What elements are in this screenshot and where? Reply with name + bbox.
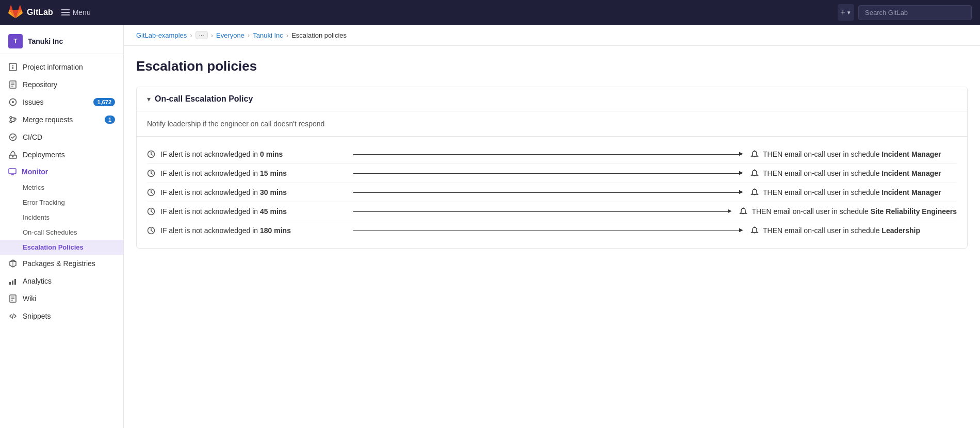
menu-button[interactable]: Menu	[61, 8, 91, 17]
breadcrumb-more[interactable]: ···	[195, 31, 208, 39]
issues-icon	[8, 97, 18, 107]
sidebar-item-label: Deployments	[23, 151, 65, 159]
fox-icon	[8, 5, 23, 20]
org-header: T Tanuki Inc	[0, 29, 123, 54]
page-title: Escalation policies	[136, 58, 968, 74]
main-content: GitLab-examples › ··· › Everyone › Tanuk…	[124, 25, 980, 428]
sidebar-item-metrics[interactable]: Metrics	[0, 180, 123, 195]
sidebar-item-label: Merge requests	[23, 116, 73, 124]
rule-action: THEN email on-call user in schedule Inci…	[763, 169, 941, 177]
search-input[interactable]	[858, 5, 972, 20]
bell-icon	[750, 188, 759, 196]
sidebar-item-label: Snippets	[23, 312, 51, 320]
policy-card: ▾ On-call Escalation Policy Notify leade…	[136, 87, 968, 249]
svg-rect-19	[9, 169, 16, 174]
new-item-button[interactable]: + ▼	[838, 4, 854, 21]
bell-icon	[750, 226, 759, 235]
sidebar-item-incidents[interactable]: Incidents	[0, 210, 123, 225]
breadcrumb-everyone[interactable]: Everyone	[216, 31, 244, 39]
clock-icon	[147, 188, 155, 196]
svg-point-11	[12, 101, 14, 103]
sidebar-item-project-information[interactable]: Project information	[0, 58, 123, 76]
sidebar-item-error-tracking[interactable]: Error Tracking	[0, 195, 123, 210]
sidebar: T Tanuki Inc Project information Reposit…	[0, 25, 124, 428]
rule-row: IF alert is not acknowledged in 180 mins	[147, 221, 957, 240]
arrow-line	[353, 211, 729, 212]
svg-point-4	[12, 65, 13, 66]
svg-rect-2	[61, 14, 70, 15]
clock-icon	[147, 226, 155, 235]
info-icon	[8, 62, 18, 72]
svg-rect-0	[61, 9, 70, 10]
policy-description: Notify leadership if the engineer on cal…	[137, 111, 967, 137]
svg-rect-24	[9, 282, 11, 285]
gitlab-title: GitLab	[27, 8, 53, 17]
sidebar-item-escalation-policies[interactable]: Escalation Policies	[0, 240, 123, 255]
svg-line-31	[12, 314, 13, 319]
breadcrumb-current: Escalation policies	[291, 31, 347, 39]
rule-row: IF alert is not acknowledged in 30 mins	[147, 183, 957, 202]
layout: T Tanuki Inc Project information Reposit…	[0, 25, 980, 428]
org-avatar: T	[8, 34, 23, 48]
org-name: Tanuki Inc	[28, 37, 63, 45]
sidebar-item-monitor[interactable]: Monitor	[0, 163, 123, 180]
policy-header[interactable]: ▾ On-call Escalation Policy	[137, 87, 967, 111]
svg-point-18	[12, 156, 14, 158]
sidebar-item-repository[interactable]: Repository	[0, 76, 123, 93]
svg-point-13	[10, 121, 12, 123]
cicd-icon	[8, 133, 18, 142]
sidebar-item-packages-registries[interactable]: Packages & Registries	[0, 255, 123, 272]
wiki-icon	[8, 294, 18, 303]
rule-action: THEN email on-call user in schedule Site…	[752, 207, 957, 216]
top-nav: GitLab Menu + ▼	[0, 0, 980, 25]
svg-rect-1	[61, 12, 70, 13]
sidebar-item-on-call-schedules[interactable]: On-call Schedules	[0, 225, 123, 240]
top-nav-actions: + ▼	[838, 4, 972, 21]
breadcrumb-gitlab-examples[interactable]: GitLab-examples	[136, 31, 187, 39]
arrow-line	[353, 154, 740, 155]
svg-point-12	[10, 117, 12, 119]
sidebar-item-label: Project information	[23, 63, 83, 71]
svg-line-38	[151, 173, 153, 174]
rule-action: THEN email on-call user in schedule Lead…	[763, 226, 920, 235]
sidebar-item-snippets[interactable]: Snippets	[0, 307, 123, 325]
sidebar-item-analytics[interactable]: Analytics	[0, 272, 123, 290]
sidebar-item-label: Issues	[23, 98, 43, 106]
chevron-down-icon: ▾	[147, 95, 151, 103]
rules-container: IF alert is not acknowledged in 0 mins T	[137, 137, 967, 248]
clock-icon	[147, 169, 155, 177]
svg-line-34	[151, 154, 153, 155]
rule-row: IF alert is not acknowledged in 15 mins	[147, 164, 957, 183]
bell-icon	[739, 207, 747, 216]
rule-condition: IF alert is not acknowledged in 15 mins	[160, 169, 287, 177]
sidebar-item-label: Packages & Registries	[23, 259, 95, 268]
sidebar-item-issues[interactable]: Issues 1,672	[0, 93, 123, 111]
svg-rect-25	[12, 281, 13, 285]
svg-rect-5	[12, 67, 13, 69]
svg-rect-26	[14, 279, 16, 285]
rule-row: IF alert is not acknowledged in 0 mins T	[147, 145, 957, 164]
sidebar-item-merge-requests[interactable]: Merge requests 1	[0, 111, 123, 128]
sidebar-item-wiki[interactable]: Wiki	[0, 290, 123, 307]
bell-icon	[750, 169, 759, 177]
svg-line-42	[151, 192, 153, 193]
svg-line-46	[151, 211, 153, 212]
rule-action: THEN email on-call user in schedule Inci…	[763, 150, 941, 158]
hamburger-icon	[61, 8, 70, 17]
repo-icon	[8, 80, 18, 89]
arrow-line	[353, 173, 740, 174]
rule-condition: IF alert is not acknowledged in 45 mins	[160, 207, 287, 216]
breadcrumb: GitLab-examples › ··· › Everyone › Tanuk…	[124, 25, 980, 46]
gitlab-logo[interactable]: GitLab	[8, 5, 53, 20]
sidebar-item-deployments[interactable]: Deployments	[0, 146, 123, 163]
bell-icon	[750, 150, 759, 158]
breadcrumb-tanuki-inc[interactable]: Tanuki Inc	[253, 31, 283, 39]
rule-condition: IF alert is not acknowledged in 30 mins	[160, 188, 287, 196]
clock-icon	[147, 150, 155, 158]
package-icon	[8, 259, 18, 268]
rule-condition: IF alert is not acknowledged in 180 mins	[160, 226, 291, 235]
sidebar-monitor-label: Monitor	[22, 168, 48, 176]
sidebar-item-cicd[interactable]: CI/CD	[0, 128, 123, 146]
arrow-line	[353, 192, 740, 193]
analytics-icon	[8, 276, 18, 286]
